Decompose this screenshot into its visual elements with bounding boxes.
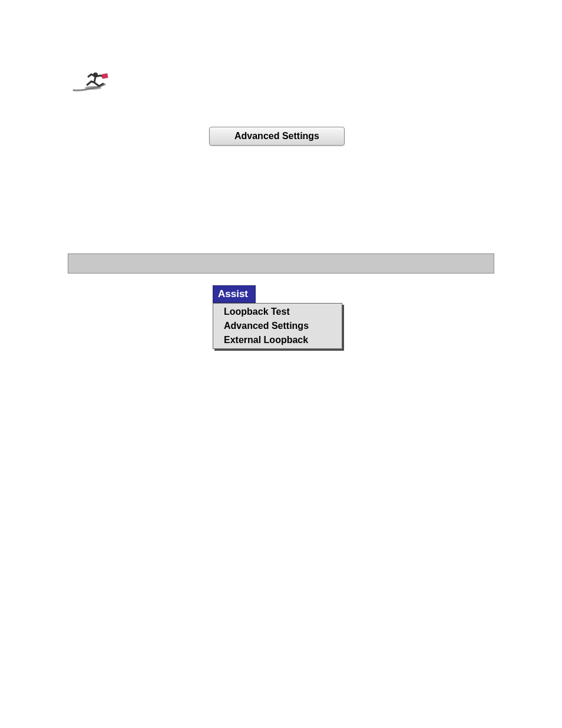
menu-item-advanced-settings[interactable]: Advanced Settings bbox=[213, 319, 342, 333]
advanced-settings-button-label: Advanced Settings bbox=[234, 131, 319, 141]
menu-item-external-loopback[interactable]: External Loopback bbox=[213, 333, 342, 348]
menu-item-loopback-test[interactable]: Loopback Test bbox=[213, 304, 342, 319]
section-divider-bar bbox=[68, 253, 494, 274]
assist-menu: Assist Loopback Test Advanced Settings E… bbox=[213, 285, 342, 349]
svg-rect-2 bbox=[101, 73, 108, 79]
hurdler-logo-icon bbox=[71, 70, 113, 93]
advanced-settings-button[interactable]: Advanced Settings bbox=[209, 127, 345, 146]
assist-dropdown: Loopback Test Advanced Settings External… bbox=[213, 303, 342, 349]
assist-menu-title[interactable]: Assist bbox=[213, 285, 256, 303]
